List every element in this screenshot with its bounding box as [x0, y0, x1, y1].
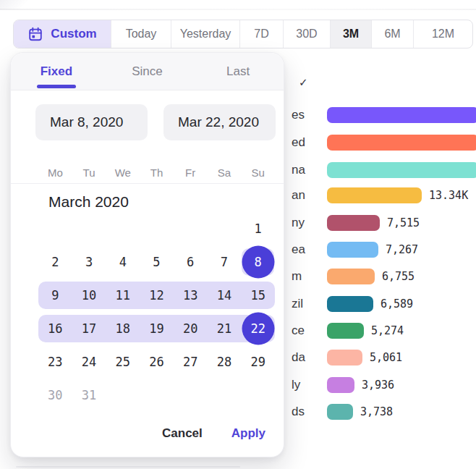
- datepicker-tabs: FixedSinceLast: [11, 53, 284, 90]
- empty-day-cell: [174, 212, 208, 245]
- cancel-button[interactable]: Cancel: [162, 426, 203, 441]
- weekday-header: MoTuWeThFrSaSu: [38, 161, 275, 183]
- bar-value: 5,274: [371, 324, 404, 337]
- day-14[interactable]: 14: [208, 279, 242, 312]
- month-title: March 2020: [48, 193, 129, 211]
- day-31[interactable]: 31: [72, 379, 106, 412]
- empty-day-cell: [208, 379, 242, 412]
- bar[interactable]: [327, 187, 422, 203]
- bar[interactable]: [327, 323, 364, 339]
- day-26[interactable]: 26: [140, 345, 174, 379]
- day-1[interactable]: 1: [241, 212, 275, 245]
- day-13[interactable]: 13: [174, 279, 208, 312]
- day-25[interactable]: 25: [106, 345, 140, 379]
- datepicker-footer: Cancel Apply: [162, 426, 265, 441]
- day-7[interactable]: 7: [208, 245, 242, 279]
- bar[interactable]: [327, 350, 362, 366]
- bar[interactable]: [327, 242, 378, 258]
- day-29[interactable]: 29: [241, 345, 275, 379]
- start-date-input[interactable]: Mar 8, 2020: [35, 104, 148, 140]
- bar-label[interactable]: ea: [292, 242, 305, 257]
- day-17[interactable]: 17: [72, 312, 106, 345]
- day-9[interactable]: 9: [38, 279, 72, 312]
- bar-label[interactable]: ce: [292, 324, 305, 338]
- day-23[interactable]: 23: [38, 345, 72, 379]
- day-18[interactable]: 18: [106, 312, 140, 345]
- weekday-th: Th: [140, 166, 174, 179]
- bar-label[interactable]: ed: [292, 135, 305, 150]
- divider: [11, 183, 284, 184]
- calendar-week: 2345678: [38, 245, 275, 279]
- day-15[interactable]: 15: [241, 279, 275, 312]
- tab-fixed[interactable]: Fixed: [11, 53, 102, 90]
- bar-value: 13.34K: [429, 189, 468, 202]
- empty-day-cell: [72, 212, 106, 245]
- bar-label[interactable]: da: [292, 350, 305, 365]
- empty-day-cell: [106, 212, 140, 245]
- calendar-week: 16171819202122: [38, 312, 275, 345]
- day-3[interactable]: 3: [72, 245, 106, 279]
- bar-label[interactable]: m: [292, 269, 302, 284]
- day-11[interactable]: 11: [106, 279, 140, 312]
- calendar-week: 9101112131415: [38, 279, 275, 312]
- bar-value: 7,515: [387, 216, 420, 229]
- day-20[interactable]: 20: [174, 312, 208, 345]
- day-22[interactable]: 22: [241, 312, 275, 345]
- check-icon: ✓: [299, 76, 308, 89]
- empty-day-cell: [140, 212, 174, 245]
- weekday-sa: Sa: [208, 166, 242, 179]
- day-27[interactable]: 27: [174, 345, 208, 379]
- calendar-week: 3031: [38, 379, 275, 412]
- bar-label[interactable]: an: [292, 188, 305, 203]
- calendar-week: 23242526272829: [38, 345, 275, 379]
- day-5[interactable]: 5: [140, 245, 174, 279]
- day-10[interactable]: 10: [72, 279, 106, 312]
- day-19[interactable]: 19: [140, 312, 174, 345]
- bar-value: 6,755: [382, 270, 415, 283]
- day-21[interactable]: 21: [208, 312, 242, 345]
- bar-value: 6,589: [381, 297, 413, 310]
- bar[interactable]: [327, 215, 380, 231]
- day-4[interactable]: 4: [106, 245, 140, 279]
- day-16[interactable]: 16: [38, 312, 72, 345]
- weekday-tu: Tu: [72, 166, 106, 179]
- tab-last[interactable]: Last: [192, 53, 284, 90]
- bar-label[interactable]: ds: [292, 405, 305, 419]
- day-30[interactable]: 30: [38, 379, 72, 412]
- bar[interactable]: [327, 162, 476, 178]
- empty-day-cell: [106, 379, 140, 412]
- weekday-we: We: [106, 166, 140, 179]
- bar-label[interactable]: ly: [292, 378, 300, 392]
- empty-day-cell: [208, 212, 242, 245]
- empty-day-cell: [140, 379, 174, 412]
- bar[interactable]: [327, 377, 354, 393]
- bar-label[interactable]: zil: [292, 297, 303, 311]
- empty-day-cell: [174, 379, 208, 412]
- calendar-grid: 1234567891011121314151617181920212223242…: [38, 212, 275, 412]
- bar-label[interactable]: es: [292, 108, 305, 122]
- bar-value: 5,061: [370, 351, 402, 364]
- empty-day-cell: [241, 379, 275, 412]
- day-12[interactable]: 12: [140, 279, 174, 312]
- day-6[interactable]: 6: [174, 245, 208, 279]
- day-8[interactable]: 8: [241, 245, 275, 279]
- weekday-mo: Mo: [38, 166, 72, 179]
- bar-value: 3,936: [362, 379, 394, 392]
- tab-since[interactable]: Since: [102, 53, 193, 90]
- bar[interactable]: [327, 107, 476, 123]
- bar[interactable]: [327, 135, 476, 151]
- day-28[interactable]: 28: [208, 345, 242, 379]
- day-24[interactable]: 24: [72, 345, 106, 379]
- bar[interactable]: [327, 269, 375, 284]
- end-date-input[interactable]: Mar 22, 2020: [163, 104, 276, 140]
- day-2[interactable]: 2: [38, 245, 72, 279]
- apply-button[interactable]: Apply: [231, 426, 265, 441]
- bar-label[interactable]: na: [292, 163, 305, 177]
- bar-label[interactable]: ny: [292, 216, 305, 230]
- weekday-fr: Fr: [174, 166, 208, 179]
- datepicker-popup: FixedSinceLast Mar 8, 2020 Mar 22, 2020 …: [10, 52, 284, 457]
- bar[interactable]: [327, 404, 353, 420]
- date-inputs-row: Mar 8, 2020 Mar 22, 2020: [35, 104, 276, 140]
- bar[interactable]: [327, 296, 373, 312]
- empty-day-cell: [38, 212, 72, 245]
